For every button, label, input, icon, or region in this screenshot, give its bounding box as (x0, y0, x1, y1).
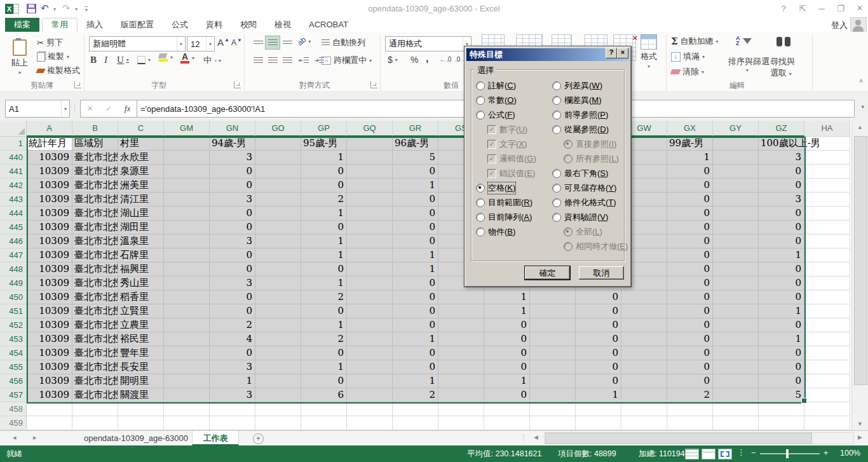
cell-GO457[interactable] (255, 388, 301, 402)
cell-HA451[interactable] (804, 304, 850, 318)
shrink-font-button[interactable]: A▼ (231, 38, 242, 47)
cell-GX458[interactable] (667, 402, 713, 416)
cell-GQ442[interactable] (347, 179, 393, 193)
cell-GS452[interactable] (438, 318, 484, 332)
radio-空格[interactable] (476, 184, 485, 193)
cell-B453[interactable]: 臺北市北投區 (72, 332, 118, 346)
cell-GX444[interactable]: 0 (667, 207, 713, 221)
cell-GQ440[interactable] (347, 151, 393, 165)
cell-C453[interactable]: 裕民里 (118, 332, 164, 346)
cell-GZ451[interactable]: 1 (759, 304, 804, 318)
cell-A456[interactable]: 10309 (27, 374, 72, 388)
cell-GP1[interactable]: 95歲-男 (301, 137, 347, 151)
cell-GZ441[interactable]: 0 (759, 165, 804, 179)
cell-GR450[interactable]: 0 (393, 290, 438, 304)
cell-HA450[interactable] (804, 290, 850, 304)
cell-C455[interactable]: 長安里 (118, 360, 164, 374)
zoom-out-icon[interactable]: − (751, 449, 756, 458)
cell-GQ454[interactable] (347, 346, 393, 360)
cell-GT453[interactable]: 0 (484, 332, 530, 346)
ribbon-tab-插入[interactable]: 插入 (78, 18, 112, 32)
cell-B456[interactable]: 臺北市北投區 (72, 374, 118, 388)
cell-GT451[interactable]: 1 (484, 304, 530, 318)
cell-GR445[interactable]: 0 (393, 221, 438, 234)
cell-GY458[interactable] (713, 402, 759, 416)
cell-GY447[interactable] (713, 248, 759, 262)
cell-GN446[interactable]: 3 (210, 234, 255, 248)
cell-GP452[interactable]: 1 (301, 318, 347, 332)
dialog-title-bar[interactable]: 特殊目標 (466, 48, 629, 61)
radio-欄差異[interactable] (552, 96, 561, 105)
cell-GP447[interactable]: 1 (301, 248, 347, 262)
cell-GN444[interactable]: 0 (210, 207, 255, 221)
cell-GR447[interactable]: 1 (393, 248, 438, 262)
cell-GS458[interactable] (438, 402, 484, 416)
cell-HA454[interactable] (804, 346, 850, 360)
cell-A449[interactable]: 10309 (27, 276, 72, 290)
cell-GM458[interactable] (164, 402, 210, 416)
ribbon-tab-檢視[interactable]: 檢視 (266, 18, 300, 32)
radio-條件化格式[interactable] (552, 198, 561, 207)
dialog-option-可見儲存格[interactable]: 可見儲存格(Y) (552, 180, 628, 195)
cell-GY442[interactable] (713, 179, 759, 193)
cell-GZ442[interactable]: 0 (759, 179, 804, 193)
cell-B440[interactable]: 臺北市北投區 (72, 151, 118, 165)
cell-HA442[interactable] (804, 179, 850, 193)
cell-GU451[interactable] (530, 304, 576, 318)
cell-GR458[interactable] (393, 402, 438, 416)
paste-button[interactable]: 貼上 ▾ (5, 36, 34, 79)
copy-button[interactable]: 複製▾ (37, 51, 69, 62)
cell-GP448[interactable]: 0 (301, 262, 347, 276)
wrap-text-button[interactable]: 自動換列 (322, 37, 365, 48)
cell-HA455[interactable] (804, 360, 850, 374)
cell-GZ440[interactable]: 3 (759, 151, 804, 165)
fill-button[interactable]: ↓ 填滿▾ (671, 51, 705, 62)
cell-A447[interactable]: 10309 (27, 248, 72, 262)
cell-C442[interactable]: 洲美里 (118, 179, 164, 193)
cell-GV458[interactable] (576, 402, 621, 416)
find-select-button[interactable]: 尋找與 選取 ▾ (770, 56, 795, 79)
column-header-GQ[interactable]: GQ (347, 121, 393, 137)
cell-HA456[interactable] (804, 374, 850, 388)
right-align-button[interactable] (280, 53, 295, 67)
cell-C441[interactable]: 泉源里 (118, 165, 164, 179)
cell-GY441[interactable] (713, 165, 759, 179)
sheet-nav-right-icon[interactable]: ▸ (33, 433, 37, 442)
cell-A441[interactable]: 10309 (27, 165, 72, 179)
cell-C457[interactable]: 關渡里 (118, 388, 164, 402)
orientation-button[interactable]: ab ▾ (297, 37, 311, 46)
cell-GZ448[interactable]: 0 (759, 262, 804, 276)
cell-GM446[interactable] (164, 234, 210, 248)
cell-GQ455[interactable] (347, 360, 393, 374)
cell-GW452[interactable] (621, 318, 667, 332)
alignment-dialog-launcher[interactable] (370, 81, 377, 88)
cell-GY449[interactable] (713, 276, 759, 290)
cell-C456[interactable]: 開明里 (118, 374, 164, 388)
file-tab[interactable]: 檔案 (5, 18, 39, 32)
cut-button[interactable]: ✂剪下 (37, 37, 63, 48)
cell-GR446[interactable]: 0 (393, 234, 438, 248)
ribbon-options-icon[interactable]: ⇱ (798, 4, 807, 13)
cell-B444[interactable]: 臺北市北投區 (72, 207, 118, 221)
radio-資料驗證[interactable] (552, 213, 561, 222)
column-header-GO[interactable]: GO (255, 121, 301, 137)
column-header-HA[interactable]: HA (804, 121, 850, 137)
cell-GR455[interactable]: 0 (393, 360, 438, 374)
cell-GM445[interactable] (164, 221, 210, 234)
cell-GX443[interactable]: 0 (667, 193, 713, 207)
cell-GP459[interactable] (301, 416, 347, 430)
cell-GW450[interactable] (621, 290, 667, 304)
cell-C454[interactable]: 豐年里 (118, 346, 164, 360)
cell-GN441[interactable]: 0 (210, 165, 255, 179)
cell-GN451[interactable]: 0 (210, 304, 255, 318)
cell-GQ457[interactable] (347, 388, 393, 402)
clear-button[interactable]: 清除▾ (671, 66, 704, 78)
cell-GX459[interactable] (667, 416, 713, 430)
cell-GY448[interactable] (713, 262, 759, 276)
cell-B448[interactable]: 臺北市北投區 (72, 262, 118, 276)
cell-GX442[interactable]: 0 (667, 179, 713, 193)
cell-B451[interactable]: 臺北市北投區 (72, 304, 118, 318)
cell-GN453[interactable]: 4 (210, 332, 255, 346)
confirm-entry-icon[interactable]: ✓ (105, 104, 112, 113)
cell-GM447[interactable] (164, 248, 210, 262)
